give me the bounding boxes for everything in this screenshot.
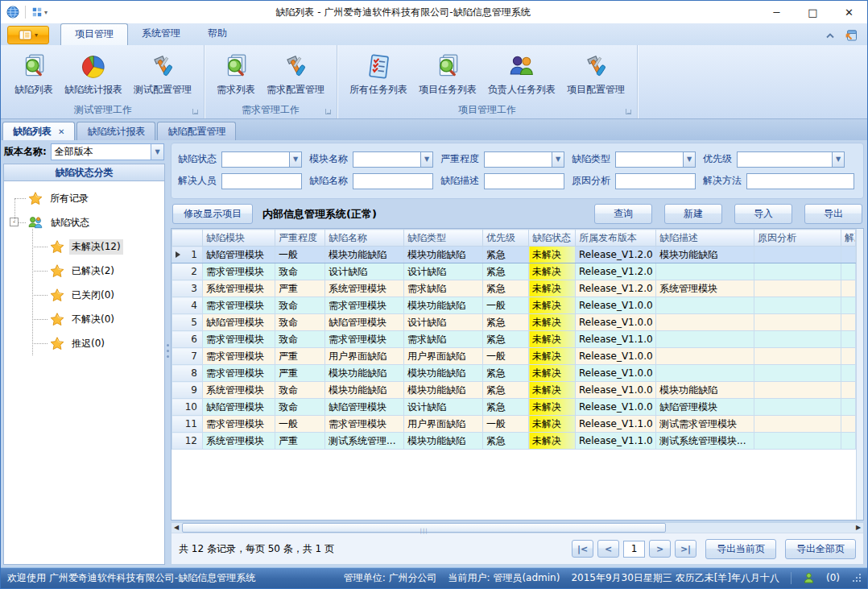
- requirement-config-management-button[interactable]: 需求配置管理: [261, 49, 330, 99]
- cell-severity[interactable]: 致命: [275, 263, 325, 280]
- col-header-num[interactable]: [172, 230, 203, 247]
- table-row-8[interactable]: 8需求管理模块严重模块功能缺陷模块功能缺陷紧急未解决Release_V1.0.0: [172, 365, 856, 382]
- cell-solution[interactable]: [841, 382, 856, 399]
- table-row-2[interactable]: 2需求管理模块致命设计缺陷设计缺陷紧急未解决Release_V1.2.0: [172, 263, 856, 280]
- table-row-4[interactable]: 4需求管理模块致命需求管理模块模块功能缺陷一般未解决Release_V1.0.0: [172, 297, 856, 314]
- defect-list-button[interactable]: 缺陷列表: [9, 49, 59, 99]
- row-selector[interactable]: 1: [172, 247, 203, 263]
- table-row-1[interactable]: 1缺陷管理模块一般模块功能缺陷模块功能缺陷紧急未解决Release_V1.2.0…: [172, 247, 856, 263]
- cell-priority[interactable]: 一般: [483, 416, 529, 433]
- cell-severity[interactable]: 致命: [275, 314, 325, 331]
- cell-status[interactable]: 未解决: [529, 297, 576, 314]
- cell-module[interactable]: 缺陷管理模块: [203, 247, 275, 263]
- cell-status[interactable]: 未解决: [529, 433, 576, 450]
- cell-description[interactable]: 模块功能缺陷: [656, 247, 754, 263]
- col-header-type[interactable]: 缺陷类型: [404, 230, 483, 247]
- cell-priority[interactable]: 紧急: [483, 433, 529, 450]
- col-header-module[interactable]: 缺陷模块: [203, 230, 275, 247]
- cell-solution[interactable]: [841, 399, 856, 416]
- solution-filter[interactable]: [746, 173, 854, 189]
- dialog-launcher-icon[interactable]: [626, 109, 631, 114]
- cell-name[interactable]: 模块功能缺陷: [325, 247, 404, 263]
- cell-module[interactable]: 需求管理模块: [203, 365, 275, 382]
- doc-tab-defect-list[interactable]: 缺陷列表✕: [2, 122, 75, 140]
- cell-type[interactable]: 需求缺陷: [404, 331, 483, 348]
- cell-module[interactable]: 系统管理模块: [203, 280, 275, 297]
- sidebar-splitter[interactable]: [165, 140, 171, 567]
- cell-name[interactable]: 设计缺陷: [325, 263, 404, 280]
- table-row-12[interactable]: 12系统管理模块严重测试系统管理...模块功能缺陷紧急未解决Release_V1…: [172, 433, 856, 450]
- all-tasks-list-button[interactable]: 所有任务列表: [344, 49, 413, 99]
- cell-status[interactable]: 未解决: [529, 399, 576, 416]
- cell-module[interactable]: 需求管理模块: [203, 416, 275, 433]
- cell-description[interactable]: 测试系统管理模块...: [656, 433, 754, 450]
- cell-module[interactable]: 缺陷管理模块: [203, 399, 275, 416]
- col-header-name[interactable]: 缺陷名称: [325, 230, 404, 247]
- cell-solution[interactable]: [841, 331, 856, 348]
- cell-severity[interactable]: 一般: [275, 416, 325, 433]
- cell-cause[interactable]: [754, 399, 841, 416]
- last-page-button[interactable]: >|: [675, 540, 696, 558]
- row-selector[interactable]: 11: [172, 416, 203, 433]
- cell-cause[interactable]: [754, 382, 841, 399]
- next-page-button[interactable]: >: [649, 540, 671, 558]
- col-header-priority[interactable]: 优先级: [483, 230, 529, 247]
- cell-name[interactable]: 模块功能缺陷: [325, 382, 404, 399]
- cell-cause[interactable]: [754, 416, 841, 433]
- module-name-filter[interactable]: ▼: [353, 151, 433, 168]
- cell-status[interactable]: 未解决: [529, 382, 576, 399]
- defect-status-filter[interactable]: ▼: [221, 151, 302, 168]
- cell-solution[interactable]: [841, 416, 856, 433]
- query-button[interactable]: 查询: [594, 204, 652, 224]
- window-layout-icon[interactable]: [845, 29, 858, 42]
- cell-severity[interactable]: 严重: [275, 365, 325, 382]
- export-button[interactable]: 导出: [804, 204, 862, 224]
- horizontal-scrollbar[interactable]: ◀ ||| ▶: [172, 523, 863, 533]
- cell-severity[interactable]: 严重: [275, 433, 325, 450]
- table-row-6[interactable]: 6需求管理模块致命需求管理模块需求缺陷紧急未解决Release_V1.1.0: [172, 331, 856, 348]
- cell-severity[interactable]: 致命: [275, 382, 325, 399]
- cell-solution[interactable]: [841, 348, 856, 365]
- scrollbar-thumb[interactable]: |||: [182, 523, 666, 533]
- row-selector[interactable]: 8: [172, 365, 203, 382]
- cell-description[interactable]: 测试需求管理模块: [656, 416, 754, 433]
- cell-type[interactable]: 模块功能缺陷: [404, 247, 483, 263]
- cell-name[interactable]: 缺陷管理模块: [325, 314, 404, 331]
- cell-type[interactable]: 设计缺陷: [404, 399, 483, 416]
- table-row-7[interactable]: 7需求管理模块严重用户界面缺陷用户界面缺陷一般未解决Release_V1.0.0: [172, 348, 856, 365]
- cell-type[interactable]: 模块功能缺陷: [404, 382, 483, 399]
- col-header-severity[interactable]: 严重程度: [275, 230, 325, 247]
- owner-tasks-list-button[interactable]: 负责人任务列表: [482, 49, 561, 99]
- cell-priority[interactable]: 一般: [483, 297, 529, 314]
- resolver-filter[interactable]: [221, 173, 302, 189]
- cell-cause[interactable]: [754, 247, 841, 263]
- cell-release[interactable]: Release_V1.0.0: [576, 399, 656, 416]
- cell-release[interactable]: Release_V1.0.0: [576, 382, 656, 399]
- row-selector[interactable]: 7: [172, 348, 203, 365]
- cell-severity[interactable]: 致命: [275, 399, 325, 416]
- cell-description[interactable]: [656, 314, 754, 331]
- tree-closed[interactable]: 已关闭(0): [4, 283, 164, 307]
- tree-defect-status[interactable]: -缺陷状态: [4, 210, 164, 234]
- cell-solution[interactable]: [841, 433, 856, 450]
- scroll-left-icon[interactable]: ◀: [172, 523, 181, 533]
- cell-module[interactable]: 需求管理模块: [203, 348, 275, 365]
- cell-type[interactable]: 模块功能缺陷: [404, 365, 483, 382]
- app-menu-button[interactable]: ▾: [7, 26, 49, 44]
- cell-priority[interactable]: 紧急: [483, 263, 529, 280]
- col-header-cause[interactable]: 原因分析: [754, 230, 841, 247]
- cell-release[interactable]: Release_V1.2.0: [576, 280, 656, 297]
- cell-priority[interactable]: 紧急: [483, 247, 529, 263]
- cell-module[interactable]: 需求管理模块: [203, 297, 275, 314]
- cell-name[interactable]: 测试系统管理...: [325, 433, 404, 450]
- resize-grip-icon[interactable]: [853, 574, 861, 582]
- cell-module[interactable]: 缺陷管理模块: [203, 314, 275, 331]
- row-selector[interactable]: 12: [172, 433, 203, 450]
- scroll-right-icon[interactable]: ▶: [854, 523, 863, 533]
- cell-name[interactable]: 用户界面缺陷: [325, 348, 404, 365]
- tree-resolved[interactable]: 已解决(2): [4, 259, 164, 283]
- cell-description[interactable]: 系统管理模块: [656, 280, 754, 297]
- cell-description[interactable]: 模块功能缺陷: [656, 382, 754, 399]
- cell-name[interactable]: 需求管理模块: [325, 416, 404, 433]
- prev-page-button[interactable]: <: [597, 540, 619, 558]
